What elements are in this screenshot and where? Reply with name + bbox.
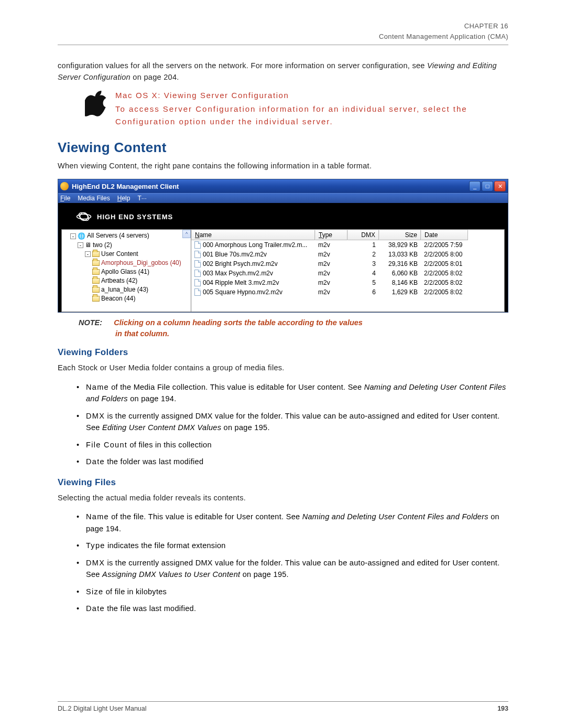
files-para: Selecting the actual media folder reveal… <box>58 492 508 504</box>
file-icon <box>194 270 201 277</box>
table-row[interactable]: 005 Square Hypno.mv2.m2vm2v61,629 KB2/2/… <box>191 287 504 297</box>
mac-title: Mac OS X: Viewing Server Configuration <box>115 91 508 100</box>
tree-user-content[interactable]: -User Content Amorphous_Digi_gobos (40)A… <box>85 250 190 303</box>
section-heading: Viewing Content <box>58 140 508 156</box>
tree-root[interactable]: -🌐All Servers (4 servers) -🖥two (2) -Use… <box>70 231 190 303</box>
page-number: 193 <box>497 705 508 712</box>
minimize-button[interactable]: _ <box>469 181 481 191</box>
folder-icon <box>92 287 100 293</box>
list-item: Name of the file. This value is editable… <box>77 511 508 534</box>
tree-item[interactable]: Beacon (44) <box>92 294 190 303</box>
section-para: When viewing Content, the right pane con… <box>58 160 508 172</box>
chapter-label: CHAPTER 16 <box>58 21 508 31</box>
tree-item[interactable]: Apollo Glass (41) <box>92 267 190 276</box>
computer-icon: 🖥 <box>85 241 91 250</box>
brand-bar: HIGH END SYSTEMS <box>61 208 505 229</box>
files-list: Name of the file. This value is editable… <box>58 511 508 614</box>
file-icon <box>194 288 201 296</box>
scroll-up-icon[interactable]: ^ <box>182 230 191 238</box>
maximize-button[interactable]: □ <box>482 181 493 191</box>
folder-icon <box>92 260 100 266</box>
menu-file[interactable]: File <box>60 195 70 202</box>
mac-desc: To access Server Configuration informati… <box>115 103 508 128</box>
note-line1: Clicking on a column heading sorts the t… <box>114 318 363 327</box>
folder-icon <box>92 296 100 302</box>
list-item: Size of file in kilobytes <box>77 586 508 597</box>
col-name[interactable]: Name <box>191 230 315 240</box>
list-item: Type indicates the file format extension <box>77 540 508 551</box>
viewing-folders-heading: Viewing Folders <box>58 347 508 358</box>
tree-server[interactable]: -🖥two (2) -User Content Amorphous_Digi_g… <box>78 241 190 303</box>
folder-icon <box>92 278 100 284</box>
menu-help[interactable]: Help <box>117 195 130 202</box>
intro-tail: on page 204. <box>133 73 179 81</box>
list-item: File Count of files in this collection <box>77 439 508 451</box>
file-icon <box>194 241 201 249</box>
mac-os-note: Mac OS X: Viewing Server Configuration T… <box>85 91 508 128</box>
table-row[interactable]: 004 Ripple Melt 3.mv2.m2vm2v58,146 KB2/2… <box>191 278 504 287</box>
col-type[interactable]: Type <box>315 230 347 240</box>
page-footer: DL.2 Digital Light User Manual 193 <box>58 701 508 712</box>
table-row[interactable]: 001 Blue 70s.mv2.m2vm2v213,033 KB2/2/200… <box>191 250 504 259</box>
col-size[interactable]: Size <box>379 230 421 240</box>
titlebar: HighEnd DL2 Management Client _ □ ✕ <box>58 179 508 193</box>
collapse-icon[interactable]: - <box>78 242 83 248</box>
intro-text: configuration values for all the servers… <box>58 61 427 70</box>
window-title: HighEnd DL2 Management Client <box>72 183 469 190</box>
tree-item[interactable]: a_luna_blue (43) <box>92 285 190 294</box>
menubar: File Media Files Help T··· <box>58 193 508 203</box>
app-icon <box>60 182 69 190</box>
apple-logo-icon <box>85 91 108 128</box>
folders-para: Each Stock or User Media folder contains… <box>58 362 508 373</box>
viewing-files-heading: Viewing Files <box>58 477 508 488</box>
tree-pane[interactable]: ^ -🌐All Servers (4 servers) -🖥two (2) -U… <box>61 229 191 312</box>
col-dmx[interactable]: DMX <box>347 230 379 240</box>
file-list-pane[interactable]: Name Type DMX Size Date 000 Amorphous Lo… <box>191 229 505 312</box>
folders-list: Name of the Media File collection. This … <box>58 381 508 468</box>
list-item: Date the folder was last modified <box>77 456 508 467</box>
collapse-icon[interactable]: - <box>85 251 91 257</box>
note-label: NOTE: <box>79 318 102 327</box>
note-line2: in that column. <box>115 329 508 338</box>
collapse-icon[interactable]: - <box>70 233 76 239</box>
note-block: NOTE: Clicking on a column heading sorts… <box>79 318 508 338</box>
menu-extra[interactable]: T··· <box>137 195 146 202</box>
menu-media-files[interactable]: Media Files <box>78 195 110 202</box>
list-item: DMX is the currently assigned DMX value … <box>77 557 508 581</box>
cma-window: HighEnd DL2 Management Client _ □ ✕ File… <box>58 179 508 313</box>
intro-paragraph: configuration values for all the servers… <box>58 60 508 83</box>
servers-icon: 🌐 <box>78 232 85 241</box>
file-icon <box>194 260 201 267</box>
folder-open-icon <box>92 251 100 257</box>
file-icon <box>194 279 201 286</box>
svg-point-2 <box>78 211 90 222</box>
chapter-title: Content Management Application (CMA) <box>58 31 508 42</box>
list-item: Name of the Media File collection. This … <box>77 381 508 405</box>
file-icon <box>194 251 201 258</box>
list-item: Date the file was last modified. <box>77 603 508 614</box>
page-header: CHAPTER 16 Content Management Applicatio… <box>58 21 508 45</box>
col-date[interactable]: Date <box>421 230 468 240</box>
table-row[interactable]: 002 Bright Psych.mv2.m2vm2v329,316 KB2/2… <box>191 259 504 269</box>
column-headers: Name Type DMX Size Date <box>191 230 504 240</box>
folder-icon <box>92 269 100 275</box>
table-row[interactable]: 003 Max Psych.mv2.m2vm2v46,060 KB2/2/200… <box>191 269 504 278</box>
table-row[interactable]: 000 Amorphous Long Trailer.mv2.m...m2v13… <box>191 240 504 250</box>
footer-left: DL.2 Digital Light User Manual <box>58 705 147 712</box>
close-button[interactable]: ✕ <box>494 181 506 191</box>
tree-item[interactable]: Amorphous_Digi_gobos (40) <box>92 259 190 267</box>
brand-text: HIGH END SYSTEMS <box>97 213 173 221</box>
list-item: DMX is the currently assigned DMX value … <box>77 410 508 434</box>
brand-logo-icon <box>76 211 92 222</box>
tree-item[interactable]: Artbeats (42) <box>92 276 190 285</box>
